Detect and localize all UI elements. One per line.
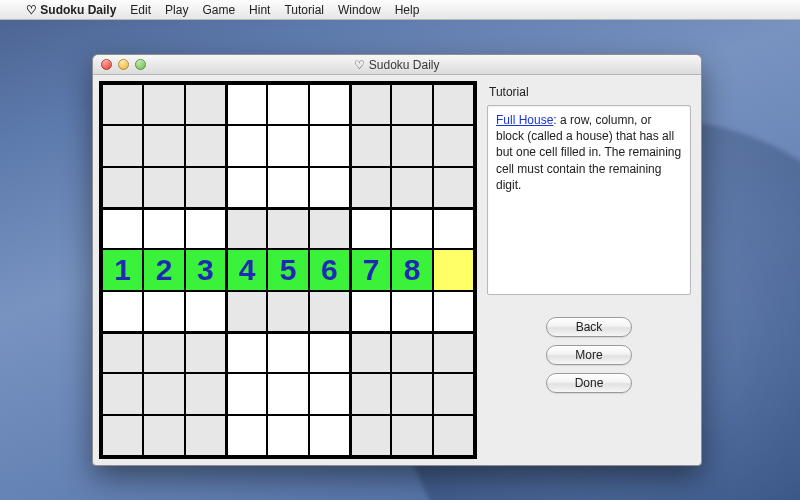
sudoku-cell[interactable] [433, 415, 474, 456]
sudoku-cell[interactable] [185, 208, 226, 249]
sudoku-cell[interactable] [309, 84, 350, 125]
sudoku-cell[interactable] [185, 332, 226, 373]
sudoku-cell[interactable] [391, 167, 432, 208]
sudoku-cell[interactable] [433, 84, 474, 125]
sudoku-cell[interactable] [185, 415, 226, 456]
sudoku-cell[interactable] [143, 415, 184, 456]
sudoku-cell[interactable] [102, 291, 143, 332]
sudoku-cell[interactable]: 4 [226, 249, 267, 290]
sudoku-cell[interactable] [309, 291, 350, 332]
sudoku-cell[interactable] [350, 125, 391, 166]
sudoku-cell[interactable] [267, 125, 308, 166]
sudoku-cell[interactable]: 7 [350, 249, 391, 290]
sudoku-cell[interactable] [143, 84, 184, 125]
sudoku-cell[interactable] [267, 332, 308, 373]
sudoku-cell[interactable] [143, 208, 184, 249]
sudoku-cell[interactable] [102, 125, 143, 166]
sudoku-cell[interactable] [267, 415, 308, 456]
sudoku-cell[interactable] [267, 208, 308, 249]
sudoku-cell[interactable] [309, 373, 350, 414]
sudoku-cell[interactable] [433, 125, 474, 166]
done-button[interactable]: Done [546, 373, 632, 393]
sudoku-cell[interactable] [143, 373, 184, 414]
sudoku-cell[interactable]: 5 [267, 249, 308, 290]
sudoku-cell[interactable] [433, 208, 474, 249]
sudoku-cell[interactable] [267, 167, 308, 208]
sudoku-cell[interactable] [391, 373, 432, 414]
window-controls [93, 59, 146, 70]
sudoku-cell[interactable] [309, 332, 350, 373]
sudoku-cell[interactable]: 8 [391, 249, 432, 290]
menubar-item[interactable]: Game [202, 3, 235, 17]
sudoku-cell[interactable] [309, 167, 350, 208]
sudoku-cell[interactable] [185, 373, 226, 414]
sudoku-cell[interactable] [102, 415, 143, 456]
sudoku-cell[interactable]: 3 [185, 249, 226, 290]
minimize-icon[interactable] [118, 59, 129, 70]
menubar-item[interactable]: Help [395, 3, 420, 17]
sudoku-cell[interactable] [391, 415, 432, 456]
sudoku-cell[interactable]: 1 [102, 249, 143, 290]
sudoku-cell[interactable] [433, 291, 474, 332]
sudoku-cell[interactable] [102, 208, 143, 249]
sudoku-cell[interactable] [350, 208, 391, 249]
sudoku-cell[interactable] [226, 84, 267, 125]
sudoku-cell[interactable]: 6 [309, 249, 350, 290]
sudoku-cell[interactable]: 2 [143, 249, 184, 290]
sudoku-cell[interactable] [267, 84, 308, 125]
sudoku-cell[interactable] [350, 167, 391, 208]
window-titlebar[interactable]: ♡ Sudoku Daily [93, 55, 701, 75]
sudoku-cell[interactable] [143, 291, 184, 332]
sudoku-cell[interactable] [391, 332, 432, 373]
sudoku-cell[interactable] [350, 415, 391, 456]
sudoku-cell[interactable] [433, 249, 474, 290]
sudoku-cell[interactable] [143, 125, 184, 166]
menubar-item[interactable]: Edit [130, 3, 151, 17]
sudoku-cell[interactable] [226, 332, 267, 373]
sudoku-cell[interactable] [433, 167, 474, 208]
menubar-item[interactable]: Window [338, 3, 381, 17]
sudoku-cell[interactable] [309, 415, 350, 456]
sudoku-cell[interactable] [143, 332, 184, 373]
sudoku-cell[interactable] [309, 208, 350, 249]
sudoku-cell[interactable] [102, 167, 143, 208]
sudoku-cell[interactable] [143, 167, 184, 208]
sudoku-cell[interactable] [226, 167, 267, 208]
sudoku-cell[interactable] [185, 167, 226, 208]
sudoku-cell[interactable] [102, 84, 143, 125]
menubar-item[interactable]: Hint [249, 3, 270, 17]
sudoku-cell[interactable] [350, 291, 391, 332]
sudoku-cell[interactable] [185, 84, 226, 125]
sudoku-cell[interactable] [267, 373, 308, 414]
menubar-item[interactable]: Tutorial [284, 3, 324, 17]
sudoku-cell[interactable] [391, 125, 432, 166]
sudoku-cell[interactable] [102, 373, 143, 414]
sudoku-cell[interactable] [391, 84, 432, 125]
zoom-icon[interactable] [135, 59, 146, 70]
tutorial-heading: Tutorial [483, 81, 695, 105]
sudoku-cell[interactable] [185, 291, 226, 332]
sudoku-cell[interactable] [350, 332, 391, 373]
menubar-item[interactable]: Play [165, 3, 188, 17]
sudoku-cell[interactable] [391, 208, 432, 249]
sudoku-cell[interactable] [309, 125, 350, 166]
sudoku-cell[interactable] [226, 415, 267, 456]
sudoku-grid[interactable]: 12345678 [99, 81, 477, 459]
sudoku-cell[interactable] [226, 208, 267, 249]
sudoku-cell[interactable] [226, 373, 267, 414]
sudoku-cell[interactable] [391, 291, 432, 332]
tutorial-link[interactable]: Full House [496, 113, 553, 127]
sudoku-cell[interactable] [267, 291, 308, 332]
sudoku-cell[interactable] [433, 332, 474, 373]
sudoku-cell[interactable] [433, 373, 474, 414]
sudoku-cell[interactable] [350, 84, 391, 125]
sudoku-cell[interactable] [350, 373, 391, 414]
sudoku-cell[interactable] [102, 332, 143, 373]
more-button[interactable]: More [546, 345, 632, 365]
close-icon[interactable] [101, 59, 112, 70]
sudoku-cell[interactable] [226, 291, 267, 332]
sudoku-cell[interactable] [226, 125, 267, 166]
back-button[interactable]: Back [546, 317, 632, 337]
sudoku-cell[interactable] [185, 125, 226, 166]
menubar-app-name[interactable]: ♡ Sudoku Daily [26, 3, 116, 17]
